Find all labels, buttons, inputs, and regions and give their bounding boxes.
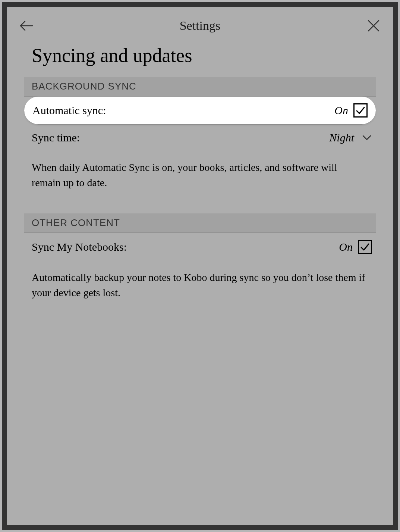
sync-time-value-group: Night (329, 131, 372, 144)
header: Settings (7, 7, 393, 41)
sync-time-row[interactable]: Sync time: Night (24, 125, 376, 151)
section-header-background-sync: BACKGROUND SYNC (24, 77, 376, 97)
close-icon (367, 19, 380, 32)
chevron-down-icon (362, 135, 371, 141)
automatic-sync-value: On (334, 104, 348, 117)
arrow-left-icon (20, 21, 33, 31)
other-content-description: Automatically backup your notes to Kobo … (7, 261, 393, 312)
sync-notebooks-row[interactable]: Sync My Notebooks: On (24, 233, 376, 261)
automatic-sync-label: Automatic sync: (32, 104, 106, 117)
header-title: Settings (34, 19, 366, 33)
page-title: Syncing and updates (7, 41, 393, 77)
settings-page: Settings Syncing and updates BACKGROUND … (7, 7, 393, 525)
checkmark-icon (360, 242, 370, 252)
automatic-sync-checkbox[interactable] (353, 103, 368, 118)
section-header-other-content: OTHER CONTENT (24, 213, 376, 233)
sync-notebooks-value: On (339, 241, 353, 253)
section-header-text: OTHER CONTENT (32, 217, 120, 228)
sync-notebooks-value-group: On (339, 240, 372, 254)
automatic-sync-value-group: On (334, 103, 368, 118)
section-header-text: BACKGROUND SYNC (32, 81, 136, 92)
outer-frame: Settings Syncing and updates BACKGROUND … (0, 0, 400, 532)
back-button[interactable] (19, 18, 34, 33)
automatic-sync-row[interactable]: Automatic sync: On (24, 97, 376, 125)
background-sync-description: When daily Automatic Sync is on, your bo… (7, 151, 393, 201)
sync-time-label: Sync time: (32, 131, 80, 144)
close-button[interactable] (366, 18, 381, 33)
sync-notebooks-checkbox[interactable] (358, 240, 372, 254)
dark-border: Settings Syncing and updates BACKGROUND … (2, 2, 398, 530)
sync-time-value: Night (329, 131, 354, 144)
sync-time-chevron[interactable] (362, 132, 372, 143)
checkmark-icon (356, 106, 365, 115)
sync-notebooks-label: Sync My Notebooks: (32, 241, 127, 253)
